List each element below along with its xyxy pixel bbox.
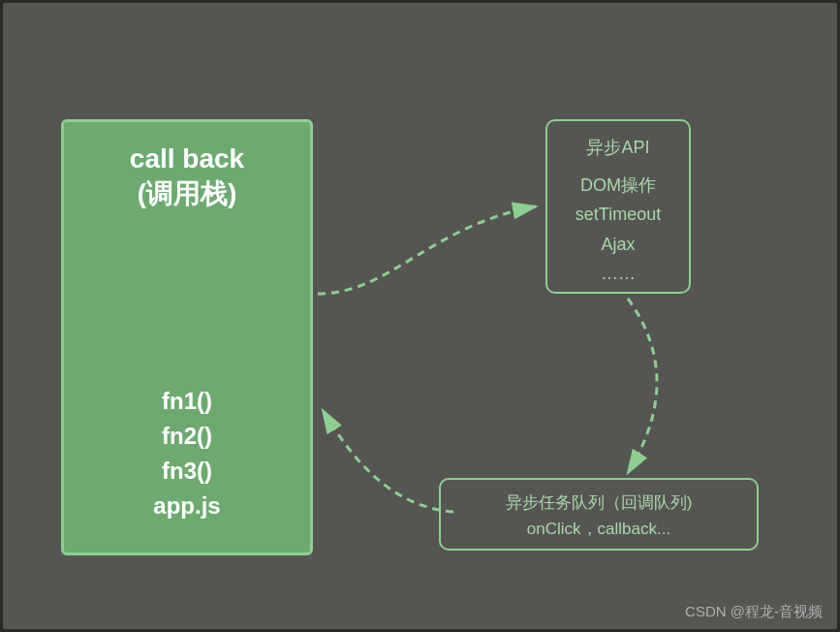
async-api-item: setTimeout [547,200,689,230]
arrow-asyncapi-to-queue [579,294,696,488]
queue-box: 异步任务队列（回调队列) onClick，callback... [439,478,759,551]
callstack-item: fn3() [64,454,310,489]
async-api-box: 异步API DOM操作 setTimeout Ajax …… [545,119,691,294]
callstack-title-line1: call back [64,142,310,176]
queue-items: onClick，callback... [441,516,757,542]
arrow-callstack-to-asyncapi [313,197,555,313]
async-api-item: DOM操作 [547,171,689,201]
async-api-title: 异步API [547,133,689,163]
callstack-item: fn1() [64,384,310,419]
watermark: CSDN @程龙-音视频 [685,603,823,621]
callstack-item: app.js [64,489,310,523]
callstack-item: fn2() [64,419,310,454]
callstack-title-line2: (调用栈) [64,176,310,211]
callstack-title: call back (调用栈) [64,142,310,212]
async-api-item: …… [547,259,689,289]
callstack-box: call back (调用栈) fn1() fn2() fn3() app.js [61,119,313,555]
queue-title: 异步任务队列（回调队列) [441,490,757,516]
async-api-item: Ajax [547,230,689,260]
callstack-items: fn1() fn2() fn3() app.js [64,384,310,523]
